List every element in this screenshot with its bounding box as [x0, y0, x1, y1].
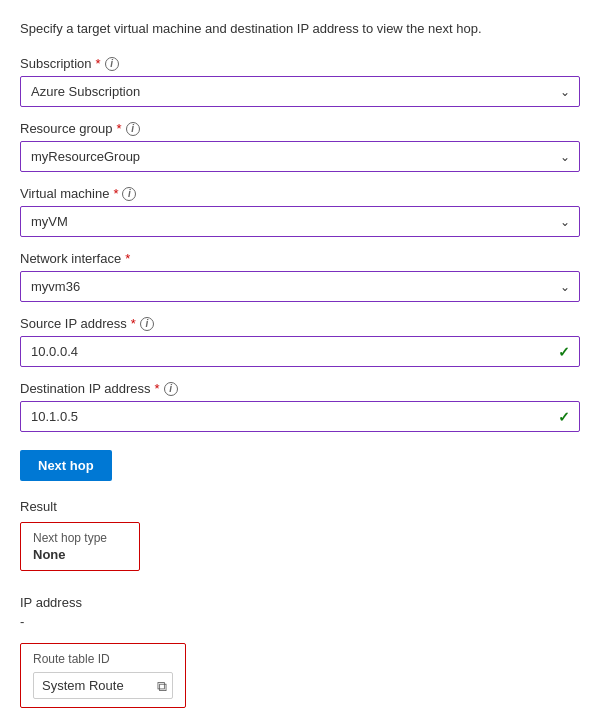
subscription-field: Subscription * i Azure Subscription ⌄ [20, 56, 580, 107]
subscription-dropdown-wrapper: Azure Subscription ⌄ [20, 76, 580, 107]
source-ip-field: Source IP address * i ✓ [20, 316, 580, 367]
source-ip-input-wrapper: ✓ [20, 336, 580, 367]
route-table-id-section: Route table ID ⧉ [20, 643, 580, 708]
resource-group-info-icon[interactable]: i [126, 122, 140, 136]
resource-group-required-star: * [117, 121, 122, 136]
source-ip-check-icon: ✓ [558, 344, 570, 360]
route-table-label: Route table ID [33, 652, 173, 666]
destination-ip-field: Destination IP address * i ✓ [20, 381, 580, 432]
destination-ip-required-star: * [155, 381, 160, 396]
resource-group-label-text: Resource group [20, 121, 113, 136]
network-interface-dropdown-wrapper: myvm36 ⌄ [20, 271, 580, 302]
resource-group-label: Resource group * i [20, 121, 580, 136]
virtual-machine-required-star: * [113, 186, 118, 201]
network-interface-label: Network interface * [20, 251, 580, 266]
ip-address-label: IP address [20, 595, 580, 610]
destination-ip-check-icon: ✓ [558, 409, 570, 425]
copy-icon[interactable]: ⧉ [157, 677, 167, 694]
subscription-select[interactable]: Azure Subscription [20, 76, 580, 107]
source-ip-label: Source IP address * i [20, 316, 580, 331]
ip-address-value: - [20, 614, 580, 629]
network-interface-label-text: Network interface [20, 251, 121, 266]
resource-group-select[interactable]: myResourceGroup [20, 141, 580, 172]
resource-group-dropdown-wrapper: myResourceGroup ⌄ [20, 141, 580, 172]
subscription-label-text: Subscription [20, 56, 92, 71]
network-interface-select[interactable]: myvm36 [20, 271, 580, 302]
destination-ip-input[interactable] [20, 401, 580, 432]
source-ip-input[interactable] [20, 336, 580, 367]
resource-group-field: Resource group * i myResourceGroup ⌄ [20, 121, 580, 172]
page-description: Specify a target virtual machine and des… [20, 20, 580, 38]
source-ip-required-star: * [131, 316, 136, 331]
next-hop-type-label: Next hop type [33, 531, 127, 545]
subscription-required-star: * [96, 56, 101, 71]
destination-ip-info-icon[interactable]: i [164, 382, 178, 396]
route-table-input[interactable] [33, 672, 173, 699]
virtual-machine-label-text: Virtual machine [20, 186, 109, 201]
virtual-machine-field: Virtual machine * i myVM ⌄ [20, 186, 580, 237]
destination-ip-label: Destination IP address * i [20, 381, 580, 396]
virtual-machine-dropdown-wrapper: myVM ⌄ [20, 206, 580, 237]
network-interface-required-star: * [125, 251, 130, 266]
subscription-label: Subscription * i [20, 56, 580, 71]
source-ip-info-icon[interactable]: i [140, 317, 154, 331]
subscription-info-icon[interactable]: i [105, 57, 119, 71]
ip-address-section: IP address - [20, 595, 580, 629]
destination-ip-label-text: Destination IP address [20, 381, 151, 396]
virtual-machine-info-icon[interactable]: i [122, 187, 136, 201]
next-hop-type-value: None [33, 547, 127, 562]
virtual-machine-select[interactable]: myVM [20, 206, 580, 237]
virtual-machine-label: Virtual machine * i [20, 186, 580, 201]
destination-ip-input-wrapper: ✓ [20, 401, 580, 432]
source-ip-label-text: Source IP address [20, 316, 127, 331]
result-section-label: Result [20, 499, 580, 514]
next-hop-button[interactable]: Next hop [20, 450, 112, 481]
route-table-box: Route table ID ⧉ [20, 643, 186, 708]
next-hop-type-box: Next hop type None [20, 522, 140, 571]
route-table-input-wrapper: ⧉ [33, 672, 173, 699]
result-section: Result Next hop type None [20, 499, 580, 585]
network-interface-field: Network interface * myvm36 ⌄ [20, 251, 580, 302]
